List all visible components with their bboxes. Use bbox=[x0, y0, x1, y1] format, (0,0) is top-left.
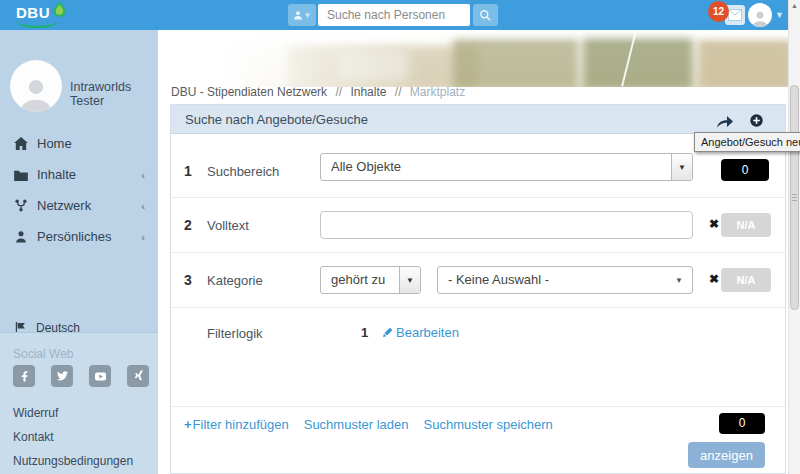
total-count-badge: 0 bbox=[719, 413, 765, 434]
chevron-left-icon: ‹ bbox=[141, 169, 145, 181]
panel-title: Suche nach Angebote/Gesuche bbox=[171, 105, 785, 134]
sidebar-item-home[interactable]: Home bbox=[0, 128, 158, 159]
row-number: 1 bbox=[184, 163, 192, 179]
sidebar-item-persoenliches[interactable]: Persönliches ‹ bbox=[0, 221, 158, 252]
suchbereich-select[interactable]: Alle Objekte ▼ bbox=[320, 153, 693, 181]
share-button[interactable] bbox=[717, 114, 733, 132]
add-filter-link[interactable]: +Filter hinzufügen bbox=[184, 417, 289, 432]
sidebar-item-netzwerk[interactable]: Netzwerk ‹ bbox=[0, 190, 158, 221]
messages-button[interactable]: 12 bbox=[725, 5, 745, 25]
social-links bbox=[13, 365, 149, 387]
add-new-button[interactable] bbox=[750, 113, 763, 131]
selected-value: - Keine Auswahl - bbox=[448, 272, 549, 287]
sidebar-username: Intraworlds Tester bbox=[70, 80, 158, 108]
page-scrollbar[interactable]: ▲ bbox=[788, 0, 800, 474]
global-search: ▼ bbox=[288, 4, 498, 26]
search-input[interactable] bbox=[318, 4, 470, 26]
breadcrumb-separator: // bbox=[335, 85, 342, 99]
sidebar: Intraworlds Tester Home Inhalte ‹ Netzwe… bbox=[0, 30, 158, 474]
logo-text: DBU bbox=[16, 4, 50, 21]
header-banner-image bbox=[158, 30, 788, 87]
plus-icon: + bbox=[184, 417, 192, 432]
avatar-silhouette-icon bbox=[751, 9, 769, 27]
person-icon bbox=[13, 230, 28, 243]
panel-body: 1 Suchbereich Alle Objekte ▼ 0 2 Volltex… bbox=[171, 134, 785, 473]
search-icon bbox=[479, 9, 492, 22]
select-arrow-icon: ▼ bbox=[399, 267, 420, 293]
sidebar-avatar[interactable] bbox=[10, 60, 62, 112]
breadcrumb-separator: // bbox=[395, 85, 402, 99]
chevron-down-icon: ▼ bbox=[304, 11, 312, 20]
row-label: Filterlogik bbox=[207, 326, 263, 341]
sidebar-menu: Home Inhalte ‹ Netzwerk ‹ Persönliches ‹ bbox=[0, 128, 158, 252]
scrollbar-thumb[interactable] bbox=[790, 85, 799, 310]
sidebar-item-label: Home bbox=[37, 136, 72, 151]
folder-icon bbox=[13, 169, 28, 181]
notification-badge[interactable]: 12 bbox=[708, 1, 729, 22]
sidebar-item-label: Netzwerk bbox=[37, 198, 91, 213]
app-window: DBU ▼ 12 ▼ Intrawor bbox=[0, 0, 800, 474]
scroll-up-arrow[interactable]: ▲ bbox=[789, 2, 800, 9]
xing-icon[interactable] bbox=[127, 365, 149, 387]
row-number: 3 bbox=[184, 272, 192, 288]
load-searchpattern-link[interactable]: Suchmuster laden bbox=[304, 417, 409, 432]
na-button[interactable]: N/A bbox=[721, 213, 771, 237]
avatar-silhouette-icon bbox=[17, 74, 55, 112]
sidebar-footer: Social Web Widerruf Kontakt Nutzungsbed bbox=[0, 332, 158, 474]
chevron-left-icon: ‹ bbox=[141, 231, 145, 243]
forward-arrow-icon bbox=[717, 116, 733, 128]
row-label: Suchbereich bbox=[207, 164, 279, 179]
top-bar: DBU ▼ 12 ▼ bbox=[0, 0, 788, 30]
select-arrow-icon: ▼ bbox=[675, 276, 683, 285]
anzeigen-button[interactable]: anzeigen bbox=[688, 442, 765, 468]
sidebar-footer-links: Widerruf Kontakt Nutzungsbedingungen bbox=[13, 401, 133, 473]
network-icon bbox=[13, 199, 28, 212]
filterlogik-value: 1 bbox=[361, 325, 368, 340]
selected-value: Alle Objekte bbox=[331, 159, 401, 174]
breadcrumb-root[interactable]: DBU - Stipendiaten Netzwerk bbox=[171, 85, 327, 99]
scrollbar-grip bbox=[792, 194, 797, 201]
sidebar-item-inhalte[interactable]: Inhalte ‹ bbox=[0, 159, 158, 190]
pencil-icon bbox=[383, 327, 393, 337]
filter-row-kategorie: 3 Kategorie gehört zu ▼ - Keine Auswahl … bbox=[171, 252, 785, 307]
twitter-icon[interactable] bbox=[51, 365, 73, 387]
social-web-label: Social Web bbox=[13, 347, 73, 361]
row-label: Kategorie bbox=[207, 273, 263, 288]
bearbeiten-label: Bearbeiten bbox=[396, 325, 459, 340]
panel-footer-links: +Filter hinzufügen Suchmuster laden Such… bbox=[184, 417, 553, 432]
search-submit-button[interactable] bbox=[473, 4, 498, 26]
volltext-input[interactable] bbox=[320, 211, 693, 239]
select-arrow-icon: ▼ bbox=[671, 154, 692, 180]
footer-divider bbox=[171, 406, 785, 407]
search-panel: Suche nach Angebote/Gesuche 1 Suchbereic… bbox=[170, 104, 786, 474]
logo-swoosh bbox=[16, 21, 58, 28]
home-icon bbox=[13, 137, 28, 150]
clear-filter-icon[interactable]: ✖ bbox=[709, 217, 719, 231]
kontakt-link[interactable]: Kontakt bbox=[13, 425, 133, 449]
dbu-drop-icon bbox=[53, 1, 66, 21]
save-searchpattern-link[interactable]: Suchmuster speichern bbox=[424, 417, 553, 432]
person-icon bbox=[293, 10, 303, 20]
breadcrumb: DBU - Stipendiaten Netzwerk // Inhalte /… bbox=[171, 85, 465, 99]
youtube-icon[interactable] bbox=[89, 365, 111, 387]
result-count-badge: 0 bbox=[721, 159, 769, 181]
breadcrumb-current: Marktplatz bbox=[410, 85, 465, 99]
widerruf-link[interactable]: Widerruf bbox=[13, 401, 133, 425]
bearbeiten-link[interactable]: Bearbeiten bbox=[383, 325, 459, 340]
account-chevron-icon[interactable]: ▼ bbox=[775, 10, 784, 20]
kategorie-operator-select[interactable]: gehört zu ▼ bbox=[320, 266, 421, 294]
kategorie-value-select[interactable]: - Keine Auswahl - ▼ bbox=[437, 266, 693, 294]
breadcrumb-inhalte[interactable]: Inhalte bbox=[350, 85, 386, 99]
chevron-left-icon: ‹ bbox=[141, 200, 145, 212]
na-button[interactable]: N/A bbox=[721, 268, 771, 292]
user-avatar[interactable] bbox=[748, 3, 772, 27]
row-number: 2 bbox=[184, 217, 192, 233]
sidebar-item-label: Persönliches bbox=[37, 229, 111, 244]
dbu-logo[interactable]: DBU bbox=[16, 3, 66, 21]
facebook-icon[interactable] bbox=[13, 365, 35, 387]
selected-value: gehört zu bbox=[331, 272, 385, 287]
nutzungsbedingungen-link[interactable]: Nutzungsbedingungen bbox=[13, 449, 133, 473]
filterlogik-row: Filterlogik 1 Bearbeiten bbox=[171, 307, 785, 357]
clear-filter-icon[interactable]: ✖ bbox=[709, 272, 719, 286]
search-scope-button[interactable]: ▼ bbox=[288, 4, 316, 26]
